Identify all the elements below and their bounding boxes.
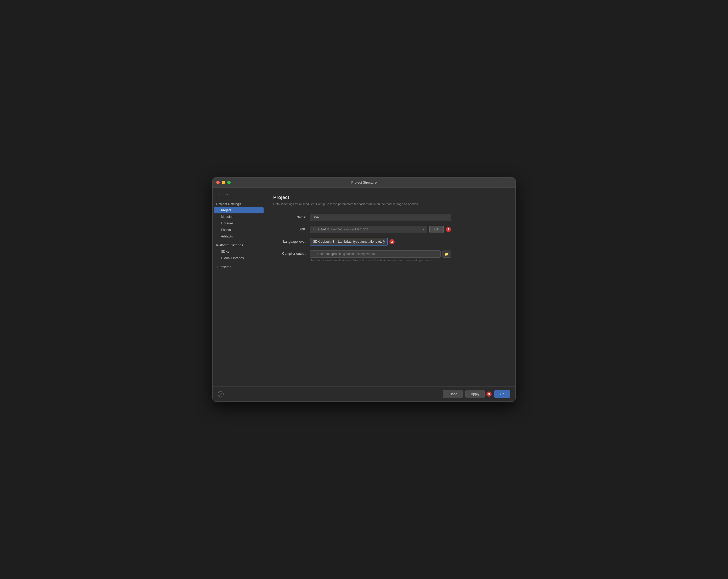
sidebar: ← → Project Settings Project Modules Lib…: [213, 187, 265, 386]
footer-right: Close Apply 3 OK: [443, 390, 510, 398]
sdk-selector-row: ⬛ zulu-1.8 Azul Zulu version 1.8.0_352 ▾…: [310, 226, 451, 233]
maximize-traffic-light[interactable]: [227, 181, 231, 184]
footer: ? Close Apply 3 OK: [213, 386, 515, 401]
compiler-browse-button[interactable]: 📁: [442, 251, 451, 258]
apply-badge-wrapper: Apply 3: [465, 390, 492, 398]
sdk-dropdown[interactable]: ⬛ zulu-1.8 Azul Zulu version 1.8.0_352 ▾: [310, 226, 427, 233]
sidebar-item-problems[interactable]: Problems: [214, 264, 264, 270]
titlebar: Project Structure: [213, 178, 515, 187]
traffic-lights: [216, 181, 231, 184]
close-traffic-light[interactable]: [216, 181, 220, 184]
sdk-row: SDK: ⬛ zulu-1.8 Azul Zulu version 1.8.0_…: [273, 226, 507, 233]
help-button[interactable]: ?: [218, 391, 224, 397]
sidebar-item-global-libraries[interactable]: Global Libraries: [214, 255, 264, 261]
sidebar-separator-2: [213, 262, 265, 264]
compiler-output-input[interactable]: [310, 250, 441, 258]
sidebar-item-libraries[interactable]: Libraries: [214, 220, 264, 227]
apply-button[interactable]: Apply: [465, 390, 485, 398]
sdk-dropdown-arrow: ▾: [423, 228, 424, 231]
close-button[interactable]: Close: [443, 390, 463, 398]
sidebar-item-facets[interactable]: Facets: [214, 227, 264, 233]
name-input[interactable]: [310, 214, 451, 221]
sidebar-item-sdks[interactable]: SDKs: [214, 248, 264, 255]
platform-settings-label: Platform Settings: [213, 242, 265, 248]
sdk-version: Azul Zulu version 1.8.0_352: [331, 228, 368, 231]
compiler-output-control: 📁 Used for modules' subdirectories, Prod…: [310, 250, 451, 262]
name-row: Name:: [273, 214, 507, 221]
name-label: Name:: [273, 215, 310, 219]
sdk-icon: ⬛: [313, 228, 316, 231]
project-structure-window: Project Structure ← → Project Settings P…: [212, 177, 516, 402]
minimize-traffic-light[interactable]: [222, 181, 225, 184]
window-title: Project Structure: [352, 180, 377, 184]
sdk-edit-button[interactable]: Edit: [430, 226, 444, 233]
sidebar-item-project[interactable]: Project: [214, 207, 264, 213]
sidebar-item-artifacts[interactable]: Artifacts: [214, 233, 264, 240]
compiler-output-label: Compiler output:: [273, 250, 310, 256]
compiler-output-row: Compiler output: 📁 Used for modules' sub…: [273, 250, 507, 262]
language-level-select[interactable]: SDK default (8 – Lambdas, type annotatio…: [310, 238, 388, 245]
sdk-name: zulu-1.8: [318, 228, 329, 231]
language-level-row: Language level: SDK default (8 – Lambdas…: [273, 238, 507, 245]
ok-button[interactable]: OK: [494, 390, 510, 398]
language-badge-wrapper: SDK default (8 – Lambdas, type annotatio…: [310, 238, 395, 245]
sidebar-nav: ← →: [213, 190, 265, 201]
language-level-badge: 2: [389, 239, 395, 244]
name-control: [310, 214, 451, 221]
project-settings-label: Project Settings: [213, 201, 265, 207]
apply-badge: 3: [486, 392, 492, 397]
sdk-badge: 1: [446, 227, 451, 232]
forward-button[interactable]: →: [224, 192, 230, 198]
sdk-control: ⬛ zulu-1.8 Azul Zulu version 1.8.0_352 ▾…: [310, 226, 451, 233]
section-desc: Default settings for all modules. Config…: [273, 202, 507, 206]
sidebar-item-modules[interactable]: Modules: [214, 214, 264, 220]
back-button[interactable]: ←: [216, 192, 222, 198]
main-content: ← → Project Settings Project Modules Lib…: [213, 187, 515, 386]
section-title: Project: [273, 195, 507, 200]
sdk-dropdown-inner: ⬛ zulu-1.8 Azul Zulu version 1.8.0_352: [313, 228, 368, 231]
language-level-label: Language level:: [273, 240, 310, 243]
sdk-label: SDK:: [273, 228, 310, 231]
language-select-wrapper: SDK default (8 – Lambdas, type annotatio…: [310, 238, 388, 245]
main-panel: Project Default settings for all modules…: [265, 187, 515, 386]
compiler-hint: Used for modules' subdirectories, Produc…: [310, 259, 451, 262]
sidebar-separator-1: [213, 240, 265, 242]
compiler-row: 📁: [310, 250, 451, 258]
